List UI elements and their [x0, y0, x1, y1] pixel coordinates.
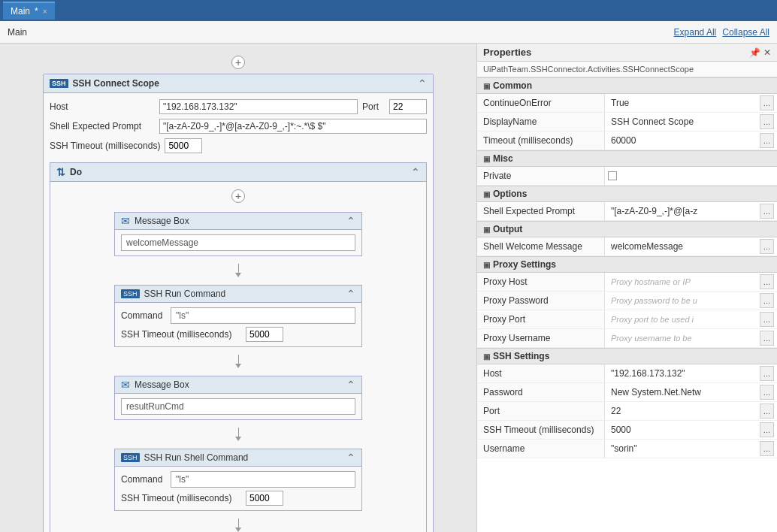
display-name-label: DisplayName	[477, 113, 605, 131]
timeout-ms-row: Timeout (milliseconds) 60000 ...	[477, 131, 777, 150]
timeout-ms-btn[interactable]: ...	[760, 133, 774, 148]
timeout-ms-text: 60000	[608, 134, 760, 147]
ssh-timeout-text: 5000	[608, 423, 760, 437]
properties-panel: Properties 📌 ✕ UiPathTeam.SSHConnector.A…	[477, 44, 777, 532]
message-icon-1: ✉	[121, 215, 130, 227]
arrow-4	[50, 515, 426, 532]
properties-header: Properties 📌 ✕	[477, 44, 777, 62]
message-box-2-value[interactable]	[121, 398, 355, 415]
add-activity-top[interactable]: +	[231, 56, 245, 69]
host-input[interactable]	[159, 99, 358, 114]
ssh-run-shell-collapse[interactable]: ⌃	[346, 452, 355, 464]
display-name-btn[interactable]: ...	[760, 114, 774, 129]
proxy-host-btn[interactable]: ...	[760, 274, 774, 289]
props-pin-button[interactable]: 📌	[749, 47, 760, 58]
section-output[interactable]: ▣ Output	[477, 221, 777, 237]
shell-prompt-input[interactable]	[159, 119, 427, 134]
ssh-scope-collapse[interactable]: ⌃	[418, 77, 427, 89]
shell-timeout-label: SSH Timeout (milliseconds)	[121, 493, 241, 503]
proxy-host-placeholder: Proxy hostname or IP	[608, 276, 760, 288]
timeout-ms-label: Timeout (milliseconds)	[477, 131, 605, 150]
ssh-username-label: Username	[477, 440, 605, 458]
designer-toolbar: Main Expand All Collapse All	[0, 21, 777, 44]
private-row: Private	[477, 167, 777, 186]
tab-modified: *	[35, 6, 38, 17]
proxy-port-value: Proxy port to be used i ...	[605, 310, 777, 328]
proxy-port-btn[interactable]: ...	[760, 312, 774, 327]
ssh-password-btn[interactable]: ...	[760, 385, 774, 400]
ssh-run-shell-body: Command SSH Timeout (milliseconds)	[115, 467, 361, 510]
misc-collapse-icon: ▣	[483, 155, 490, 163]
content-area: + SSH SSH Connect Scope ⌃ Host Port	[0, 44, 777, 532]
tab-close-button[interactable]: ×	[43, 8, 47, 16]
private-checkbox[interactable]	[608, 171, 617, 180]
port-input[interactable]	[389, 99, 427, 114]
ssh-username-btn[interactable]: ...	[760, 441, 774, 456]
message-box-1-body	[115, 230, 361, 255]
ssh-run-command-collapse[interactable]: ⌃	[346, 288, 355, 300]
ssh-username-value: "sorin" ...	[605, 440, 777, 458]
props-subtitle: UiPathTeam.SSHConnector.Activities.SSHCo…	[477, 62, 777, 77]
designer-panel: + SSH SSH Connect Scope ⌃ Host Port	[0, 44, 477, 532]
ssh-run-shell-badge: SSH	[121, 453, 140, 462]
ssh-host-btn[interactable]: ...	[760, 366, 774, 381]
timeout-label: SSH Timeout (milliseconds)	[50, 141, 160, 151]
do-block: ⇅ Do ⌃ +	[50, 162, 427, 532]
shell-timeout-input[interactable]	[246, 491, 283, 506]
timeout-input[interactable]	[165, 138, 202, 153]
ssh-timeout-btn[interactable]: ...	[760, 422, 774, 437]
ssh-scope-fields: Host Port Shell Expected Prompt SSH Time…	[44, 93, 433, 159]
ssh-timeout-input[interactable]	[246, 327, 283, 342]
proxy-username-placeholder: Proxy username to be	[608, 332, 760, 344]
arrow-2	[50, 352, 426, 371]
expand-all-button[interactable]: Expand All	[674, 27, 717, 38]
ssh-connect-scope: SSH SSH Connect Scope ⌃ Host Port Shell …	[43, 74, 434, 532]
designer-inner: + SSH SSH Connect Scope ⌃ Host Port	[0, 44, 476, 532]
ssh-run-shell-command: SSH SSH Run Shell Command ⌃ Command	[114, 449, 362, 511]
section-options[interactable]: ▣ Options	[477, 186, 777, 202]
ssh-badge: SSH	[50, 79, 68, 88]
do-collapse[interactable]: ⌃	[411, 166, 420, 178]
proxy-username-btn[interactable]: ...	[760, 331, 774, 346]
ssh-username-text: "sorin"	[608, 442, 760, 455]
continue-on-error-btn[interactable]: ...	[760, 95, 774, 110]
shell-command-input[interactable]	[171, 471, 355, 488]
arrow-line-4	[238, 518, 239, 527]
add-do-top[interactable]: +	[231, 189, 245, 203]
tab-label: Main	[11, 6, 30, 17]
ssh-port-label: Port	[477, 402, 605, 420]
section-common[interactable]: ▣ Common	[477, 77, 777, 94]
properties-title: Properties	[483, 47, 531, 58]
message-box-1: ✉ Message Box ⌃	[114, 212, 362, 256]
ssh-scope-title: SSH Connect Scope	[73, 78, 159, 89]
section-proxy[interactable]: ▣ Proxy Settings	[477, 256, 777, 273]
ssh-host-value: "192.168.173.132" ...	[605, 364, 777, 382]
shell-expected-prompt-btn[interactable]: ...	[760, 204, 774, 219]
proxy-host-value: Proxy hostname or IP ...	[605, 273, 777, 291]
ssh-password-label: Password	[477, 383, 605, 401]
ssh-timeout-value: 5000 ...	[605, 421, 777, 439]
section-misc[interactable]: ▣ Misc	[477, 150, 777, 167]
collapse-all-button[interactable]: Collapse All	[722, 27, 769, 38]
shell-prompt-label: Shell Expected Prompt	[50, 121, 155, 131]
continue-on-error-row: ContinueOnError True ...	[477, 94, 777, 113]
proxy-password-btn[interactable]: ...	[760, 293, 774, 308]
ssh-port-btn[interactable]: ...	[760, 404, 774, 419]
message-box-2-collapse[interactable]: ⌃	[346, 379, 355, 391]
section-ssh-settings[interactable]: ▣ SSH Settings	[477, 348, 777, 364]
shell-welcome-label: Shell Welcome Message	[477, 237, 605, 255]
command-field-row: Command	[121, 307, 355, 324]
message-box-1-value[interactable]	[121, 234, 355, 251]
ssh-username-row: Username "sorin" ...	[477, 440, 777, 458]
common-label: Common	[493, 80, 532, 91]
options-label: Options	[493, 189, 527, 199]
shell-welcome-btn[interactable]: ...	[760, 239, 774, 254]
main-tab[interactable]: Main * ×	[3, 2, 55, 20]
continue-on-error-label: ContinueOnError	[477, 94, 605, 112]
props-content: ▣ Common ContinueOnError True ... Displa…	[477, 77, 777, 532]
message-box-1-collapse[interactable]: ⌃	[346, 215, 355, 227]
ssh-port-row: Port 22 ...	[477, 402, 777, 421]
command-input[interactable]	[171, 307, 355, 324]
proxy-host-row: Proxy Host Proxy hostname or IP ...	[477, 273, 777, 292]
props-close-button[interactable]: ✕	[763, 47, 771, 58]
